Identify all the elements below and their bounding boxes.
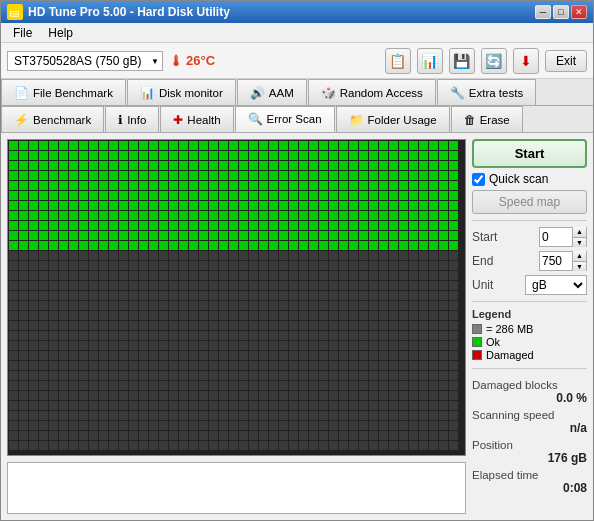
health-icon: ✚ <box>173 113 183 127</box>
legend-box-red <box>472 350 482 360</box>
tab-disk-monitor-label: Disk monitor <box>159 87 223 99</box>
end-field-label: End <box>472 254 493 268</box>
end-field-row: End ▲ ▼ <box>472 251 587 271</box>
stats-section: Damaged blocks 0.0 % Scanning speed n/a … <box>472 379 587 499</box>
toolbar-btn-5[interactable]: ⬇ <box>513 48 539 74</box>
end-spin-input[interactable] <box>540 254 572 268</box>
damaged-blocks-value: 0.0 % <box>472 391 587 405</box>
quick-scan-label[interactable]: Quick scan <box>489 172 548 186</box>
toolbar-btn-4[interactable]: 🔄 <box>481 48 507 74</box>
erase-icon: 🗑 <box>464 113 476 127</box>
legend-box-green <box>472 337 482 347</box>
start-spin-down[interactable]: ▼ <box>572 238 586 248</box>
tabs-row-1: 📄 File Benchmark 📊 Disk monitor 🔊 AAM 🎲 … <box>1 79 593 106</box>
menu-file[interactable]: File <box>5 24 40 42</box>
quick-scan-row: Quick scan <box>472 172 587 186</box>
tab-benchmark-label: Benchmark <box>33 114 91 126</box>
start-spin-input[interactable] <box>540 230 572 244</box>
scan-area <box>7 139 466 514</box>
tab-health-label: Health <box>187 114 220 126</box>
title-buttons: ─ □ ✕ <box>535 5 587 19</box>
start-spin-control: ▲ ▼ <box>539 227 587 247</box>
tab-aam[interactable]: 🔊 AAM <box>237 79 307 105</box>
tab-file-benchmark-label: File Benchmark <box>33 87 113 99</box>
tab-error-scan-label: Error Scan <box>267 113 322 125</box>
maximize-button[interactable]: □ <box>553 5 569 19</box>
position-value: 176 gB <box>472 451 587 465</box>
exit-button[interactable]: Exit <box>545 50 587 72</box>
menu-bar: File Help <box>1 23 593 43</box>
legend-title: Legend <box>472 308 587 320</box>
title-bar-left: 🖴 HD Tune Pro 5.00 - Hard Disk Utility <box>7 4 230 20</box>
start-field-label: Start <box>472 230 497 244</box>
tab-extra-tests-label: Extra tests <box>469 87 523 99</box>
tab-file-benchmark[interactable]: 📄 File Benchmark <box>1 79 126 105</box>
divider-3 <box>472 368 587 369</box>
legend-ok-label: Ok <box>486 336 500 348</box>
title-bar: 🖴 HD Tune Pro 5.00 - Hard Disk Utility ─… <box>1 1 593 23</box>
temperature-display: 🌡 26°C <box>169 53 215 69</box>
elapsed-time-value: 0:08 <box>472 481 587 495</box>
extra-tests-icon: 🔧 <box>450 86 465 100</box>
start-button[interactable]: Start <box>472 139 587 168</box>
tab-folder-usage[interactable]: 📁 Folder Usage <box>336 106 450 132</box>
file-benchmark-icon: 📄 <box>14 86 29 100</box>
legend-damaged-label: Damaged <box>486 349 534 361</box>
main-window: 🖴 HD Tune Pro 5.00 - Hard Disk Utility ─… <box>0 0 594 521</box>
unit-select[interactable]: gB MB Blocks <box>525 275 587 295</box>
tab-aam-label: AAM <box>269 87 294 99</box>
drive-dropdown[interactable]: ST3750528AS (750 gB) <box>7 51 163 71</box>
legend-box-gray <box>472 324 482 334</box>
tab-benchmark[interactable]: ⚡ Benchmark <box>1 106 104 132</box>
position-label: Position <box>472 439 587 451</box>
menu-help[interactable]: Help <box>40 24 81 42</box>
legend-item-mb: = 286 MB <box>472 323 587 335</box>
end-spin-control: ▲ ▼ <box>539 251 587 271</box>
random-access-icon: 🎲 <box>321 86 336 100</box>
tab-info[interactable]: ℹ Info <box>105 106 159 132</box>
toolbar-btn-2[interactable]: 📊 <box>417 48 443 74</box>
elapsed-time-row: Elapsed time 0:08 <box>472 469 587 495</box>
thermometer-icon: 🌡 <box>169 53 183 69</box>
speed-map-button[interactable]: Speed map <box>472 190 587 214</box>
start-spin-up[interactable]: ▲ <box>572 227 586 238</box>
tab-error-scan[interactable]: 🔍 Error Scan <box>235 106 335 132</box>
start-field-row: Start ▲ ▼ <box>472 227 587 247</box>
benchmark-icon: ⚡ <box>14 113 29 127</box>
log-area <box>7 462 466 514</box>
elapsed-time-label: Elapsed time <box>472 469 587 481</box>
content-area: Start Quick scan Speed map Start ▲ ▼ <box>1 133 593 520</box>
tab-folder-usage-label: Folder Usage <box>368 114 437 126</box>
drive-dropdown-wrapper: ST3750528AS (750 gB) <box>7 51 163 71</box>
tab-health[interactable]: ✚ Health <box>160 106 233 132</box>
scan-grid-canvas <box>8 140 465 455</box>
drive-select-area: ST3750528AS (750 gB) <box>7 51 163 71</box>
legend-item-damaged: Damaged <box>472 349 587 361</box>
toolbar-btn-1[interactable]: 📋 <box>385 48 411 74</box>
right-panel: Start Quick scan Speed map Start ▲ ▼ <box>472 139 587 514</box>
app-icon: 🖴 <box>7 4 23 20</box>
tab-extra-tests[interactable]: 🔧 Extra tests <box>437 79 536 105</box>
scan-grid-container <box>7 139 466 456</box>
damaged-blocks-row: Damaged blocks 0.0 % <box>472 379 587 405</box>
close-button[interactable]: ✕ <box>571 5 587 19</box>
tab-info-label: Info <box>127 114 146 126</box>
divider-1 <box>472 220 587 221</box>
info-icon: ℹ <box>118 113 123 127</box>
window-title: HD Tune Pro 5.00 - Hard Disk Utility <box>28 5 230 19</box>
end-spin-up[interactable]: ▲ <box>572 251 586 262</box>
tab-disk-monitor[interactable]: 📊 Disk monitor <box>127 79 236 105</box>
error-scan-icon: 🔍 <box>248 112 263 126</box>
toolbar-btn-3[interactable]: 💾 <box>449 48 475 74</box>
tab-erase-label: Erase <box>480 114 510 126</box>
quick-scan-checkbox[interactable] <box>472 173 485 186</box>
minimize-button[interactable]: ─ <box>535 5 551 19</box>
tab-random-access[interactable]: 🎲 Random Access <box>308 79 436 105</box>
scanning-speed-row: Scanning speed n/a <box>472 409 587 435</box>
damaged-blocks-label: Damaged blocks <box>472 379 587 391</box>
toolbar: ST3750528AS (750 gB) 🌡 26°C 📋 📊 💾 🔄 ⬇ Ex… <box>1 43 593 79</box>
tab-erase[interactable]: 🗑 Erase <box>451 106 523 132</box>
position-row: Position 176 gB <box>472 439 587 465</box>
end-spin-down[interactable]: ▼ <box>572 262 586 272</box>
tab-random-access-label: Random Access <box>340 87 423 99</box>
